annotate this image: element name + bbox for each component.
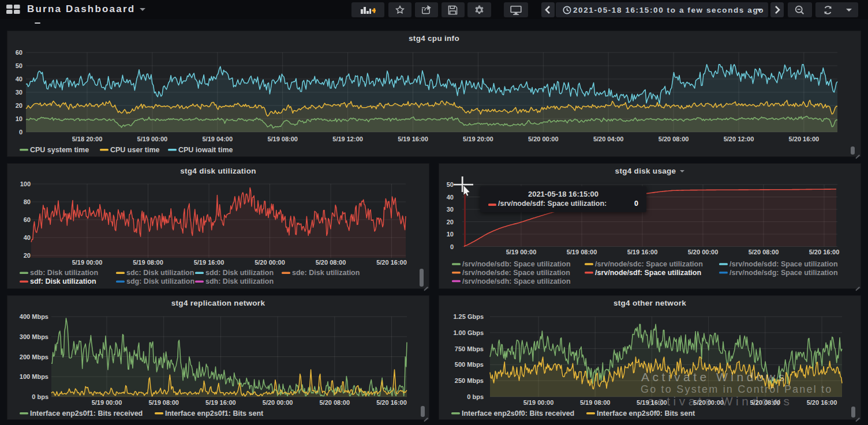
- svg-text:CPU iowait time: CPU iowait time: [178, 146, 233, 154]
- svg-text:5/19 00:00: 5/19 00:00: [506, 249, 537, 255]
- svg-text:/srv/node/sdh: Space utilizati: /srv/node/sdh: Space utilization: [462, 277, 571, 285]
- svg-text:1.00 Gbps: 1.00 Gbps: [453, 329, 484, 336]
- svg-text:20: 20: [447, 219, 454, 225]
- svg-text:Interface enp2s0f0: Bits recei: Interface enp2s0f0: Bits received: [462, 409, 574, 418]
- svg-text:1.25 Gbps: 1.25 Gbps: [453, 313, 484, 320]
- svg-text:CPU user time: CPU user time: [110, 146, 159, 154]
- svg-text:5/19 16:00: 5/19 16:00: [627, 249, 658, 255]
- svg-text:0: 0: [19, 129, 23, 136]
- svg-text:5/19 16:00: 5/19 16:00: [194, 259, 225, 266]
- svg-text:sdb: Disk utilization: sdb: Disk utilization: [30, 269, 98, 277]
- svg-text:sdf: Disk utilization: sdf: Disk utilization: [30, 277, 96, 285]
- svg-text:0 bps: 0 bps: [467, 393, 484, 400]
- svg-text:5/19 00:00: 5/19 00:00: [137, 136, 168, 142]
- svg-text:5/19 08:00: 5/19 08:00: [148, 399, 179, 406]
- svg-text:5/20 00:00: 5/20 00:00: [688, 249, 719, 255]
- svg-text:40: 40: [24, 234, 31, 241]
- svg-text:5/20 16:00: 5/20 16:00: [789, 136, 820, 142]
- svg-text:5/19 20:00: 5/19 20:00: [463, 136, 493, 142]
- svg-text:5/20 00:00: 5/20 00:00: [263, 399, 293, 406]
- svg-text:100: 100: [20, 180, 31, 187]
- svg-text:20: 20: [16, 102, 23, 109]
- svg-text:5/19 00:00: 5/19 00:00: [523, 399, 554, 406]
- svg-text:5/20 16:00: 5/20 16:00: [807, 399, 837, 406]
- svg-text:5/19 00:00: 5/19 00:00: [72, 259, 103, 266]
- svg-text:10: 10: [447, 231, 454, 238]
- svg-text:5/19 16:00: 5/19 16:00: [205, 399, 236, 406]
- svg-text:400 Mbps: 400 Mbps: [20, 313, 48, 320]
- svg-text:5/20 08:00: 5/20 08:00: [749, 249, 779, 255]
- svg-text:sdg: Disk utilization: sdg: Disk utilization: [126, 277, 194, 285]
- svg-text:5/20 12:00: 5/20 12:00: [724, 136, 754, 142]
- svg-text:5/20 04:00: 5/20 04:00: [593, 136, 624, 142]
- svg-text:0: 0: [450, 243, 454, 250]
- svg-text:CPU system time: CPU system time: [30, 146, 89, 154]
- svg-text:sdc: Disk utilization: sdc: Disk utilization: [126, 269, 194, 277]
- svg-text:200 Mbps: 200 Mbps: [20, 353, 48, 360]
- svg-text:5/20 08:00: 5/20 08:00: [319, 399, 350, 406]
- svg-text:/srv/node/sdd: Space utilizati: /srv/node/sdd: Space utilization: [729, 260, 838, 268]
- svg-text:/srv/node/sde: Space utilizati: /srv/node/sde: Space utilization: [462, 269, 570, 277]
- svg-text:20: 20: [24, 252, 31, 259]
- svg-text:5/19 08:00: 5/19 08:00: [133, 259, 163, 266]
- svg-text:5/19 12:00: 5/19 12:00: [332, 136, 363, 142]
- svg-text:40: 40: [16, 76, 23, 82]
- svg-text:500 Mbps: 500 Mbps: [455, 361, 484, 368]
- svg-text:5/20 08:00: 5/20 08:00: [316, 259, 346, 266]
- svg-text:300 Mbps: 300 Mbps: [20, 333, 48, 340]
- svg-text:5/19 08:00: 5/19 08:00: [580, 399, 611, 406]
- svg-text:5/20 16:00: 5/20 16:00: [376, 259, 407, 266]
- svg-text:5/19 16:00: 5/19 16:00: [398, 136, 428, 142]
- svg-text:sdd: Disk utilization: sdd: Disk utilization: [205, 269, 274, 277]
- svg-text:60: 60: [24, 216, 31, 223]
- svg-text:5/19 08:00: 5/19 08:00: [267, 136, 298, 142]
- svg-text:0 bps: 0 bps: [32, 393, 48, 400]
- svg-text:5/19 04:00: 5/19 04:00: [202, 136, 233, 142]
- svg-text:10: 10: [16, 115, 23, 122]
- svg-text:5/20 16:00: 5/20 16:00: [376, 399, 407, 406]
- svg-text:5/18 20:00: 5/18 20:00: [72, 136, 103, 142]
- svg-text:5/20 00:00: 5/20 00:00: [255, 259, 285, 266]
- svg-text:250 Mbps: 250 Mbps: [455, 377, 484, 384]
- svg-text:50: 50: [16, 62, 23, 69]
- svg-text:5/20 08:00: 5/20 08:00: [659, 136, 689, 142]
- svg-text:/srv/node/sdb: Space utilizati: /srv/node/sdb: Space utilization: [462, 260, 571, 268]
- svg-text:5/20 00:00: 5/20 00:00: [528, 136, 559, 142]
- svg-text:60: 60: [16, 49, 23, 56]
- svg-text:Interface enp2s0f0: Bits sent: Interface enp2s0f0: Bits sent: [597, 409, 695, 418]
- svg-text:/srv/node/sdc: Space utilizati: /srv/node/sdc: Space utilization: [595, 260, 703, 268]
- svg-text:100 Mbps: 100 Mbps: [20, 373, 48, 380]
- svg-text:5/19 08:00: 5/19 08:00: [567, 249, 597, 255]
- svg-text:Interface enp2s0f1: Bits sent: Interface enp2s0f1: Bits sent: [165, 409, 264, 418]
- svg-text:sde: Disk utilization: sde: Disk utilization: [292, 269, 360, 277]
- svg-text:/srv/node/sdf: Space utilizati: /srv/node/sdf: Space utilization: [595, 269, 701, 277]
- svg-text:sdh: Disk utilization: sdh: Disk utilization: [205, 277, 274, 285]
- svg-text:80: 80: [24, 198, 31, 205]
- svg-text:750 Mbps: 750 Mbps: [455, 345, 484, 352]
- svg-text:5/19 00:00: 5/19 00:00: [92, 399, 122, 406]
- svg-text:/srv/node/sdg: Space utilizati: /srv/node/sdg: Space utilization: [729, 269, 838, 277]
- svg-text:5/20 16:00: 5/20 16:00: [809, 249, 840, 255]
- svg-text:Interface enp2s0f1: Bits recei: Interface enp2s0f1: Bits received: [30, 409, 143, 418]
- svg-text:30: 30: [16, 89, 23, 96]
